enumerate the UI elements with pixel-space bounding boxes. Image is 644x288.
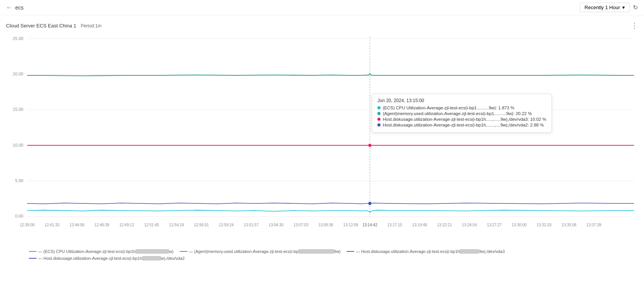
svg-point-13 [368, 144, 371, 147]
legend-item-memory: — (Agent)memory.used.utilization-Average… [180, 249, 341, 254]
legend-item-cpu: — (ECS) CPU Utilization-Average-zjl-test… [29, 249, 174, 254]
svg-text:13:17:15: 13:17:15 [387, 223, 402, 227]
svg-text:13:22:21: 13:22:21 [437, 223, 452, 227]
svg-text:13:04:30: 13:04:30 [268, 223, 283, 227]
legend-label-vda3: — Host.diskusage.utilization-Average-zjl… [356, 249, 505, 254]
svg-point-14 [368, 202, 371, 205]
svg-text:12:56:51: 12:56:51 [194, 223, 209, 227]
more-options-button[interactable]: ⋮ [631, 21, 638, 30]
svg-text:13:37:39: 13:37:39 [586, 223, 601, 227]
svg-text:12:49:12: 12:49:12 [119, 223, 134, 227]
svg-text:0.00: 0.00 [15, 214, 24, 218]
chart-period: Period:1m [81, 23, 102, 29]
svg-text:12:46:39: 12:46:39 [94, 223, 109, 227]
time-selector-button[interactable]: Recently 1 Hour ▾ [580, 3, 630, 12]
chevron-down-icon: ▾ [622, 5, 625, 10]
svg-text:13:14:42: 13:14:42 [363, 223, 377, 227]
svg-text:25.00: 25.00 [13, 36, 24, 41]
svg-text:12:41:33: 12:41:33 [45, 223, 59, 227]
svg-text:12:59:24: 12:59:24 [219, 223, 234, 227]
svg-text:13:09:36: 13:09:36 [318, 223, 333, 227]
legend-color-cpu [29, 251, 37, 252]
legend-color-vda3 [347, 251, 354, 252]
chart-title-group: Cloud Server ECS East China 1 Period:1m [6, 23, 102, 29]
header-left: ← ecs [6, 4, 24, 11]
svg-text:5.00: 5.00 [15, 178, 24, 183]
svg-text:13:19:48: 13:19:48 [412, 223, 427, 227]
legend-label-memory: — (Agent)memory.used.utilization-Average… [189, 249, 341, 254]
svg-text:15.00: 15.00 [13, 107, 24, 112]
refresh-button[interactable]: ↻ [633, 4, 638, 11]
legend-label-cpu: — (ECS) CPU Utilization-Average-zjl-test… [38, 249, 174, 254]
chart-header: Cloud Server ECS East China 1 Period:1m … [6, 21, 638, 30]
chart-svg: 25.00 20.00 15.00 10.00 5.00 0.00 [6, 33, 638, 246]
chart-title: Cloud Server ECS East China 1 [6, 23, 76, 29]
svg-text:13:07:03: 13:07:03 [294, 223, 308, 227]
legend-color-memory [180, 251, 187, 252]
svg-text:13:32:33: 13:32:33 [537, 223, 551, 227]
back-button[interactable]: ← [6, 4, 12, 11]
chart-legend: — (ECS) CPU Utilization-Average-zjl-test… [6, 246, 638, 265]
svg-text:13:12:09: 13:12:09 [343, 223, 358, 227]
time-selector-label: Recently 1 Hour [585, 5, 620, 10]
legend-label-vda2: — Host.diskusage.utilization-Average-zjl… [38, 256, 185, 261]
page-header: ← ecs Recently 1 Hour ▾ ↻ [0, 0, 644, 15]
svg-text:13:35:06: 13:35:06 [561, 223, 576, 227]
legend-color-vda2 [29, 258, 37, 259]
svg-text:12:39:00: 12:39:00 [20, 223, 35, 227]
legend-item-vda3: — Host.diskusage.utilization-Average-zjl… [347, 249, 505, 254]
svg-text:10.00: 10.00 [13, 143, 24, 147]
chart-area: 25.00 20.00 15.00 10.00 5.00 0.00 [6, 33, 638, 246]
svg-text:13:01:57: 13:01:57 [244, 223, 259, 227]
svg-text:13:30:00: 13:30:00 [512, 223, 527, 227]
svg-text:13:24:54: 13:24:54 [462, 223, 477, 227]
svg-text:12:51:45: 12:51:45 [144, 223, 159, 227]
svg-text:12:54:18: 12:54:18 [169, 223, 184, 227]
header-right: Recently 1 Hour ▾ ↻ [580, 3, 638, 12]
svg-text:13:27:27: 13:27:27 [487, 223, 502, 227]
page-title: ecs [15, 5, 24, 11]
svg-text:20.00: 20.00 [13, 72, 24, 76]
chart-container: Cloud Server ECS East China 1 Period:1m … [0, 15, 644, 265]
svg-text:12:44:06: 12:44:06 [69, 223, 84, 227]
legend-item-vda2: — Host.diskusage.utilization-Average-zjl… [29, 256, 185, 261]
